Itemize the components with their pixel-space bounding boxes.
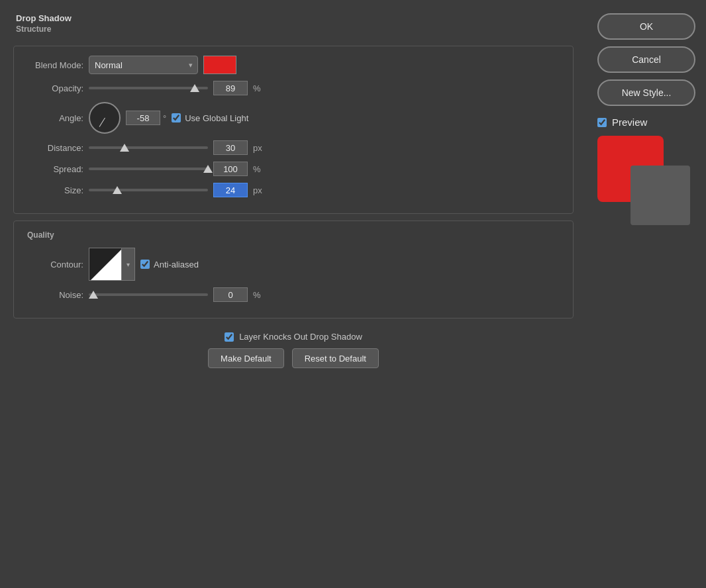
noise-row: Noise: % bbox=[27, 287, 560, 302]
angle-label: Angle: bbox=[27, 113, 83, 123]
spread-label: Spread: bbox=[27, 164, 83, 174]
layer-knocks-out-checkbox[interactable] bbox=[225, 332, 234, 342]
preview-section: Preview bbox=[597, 117, 695, 232]
structure-panel: Blend Mode: Normal Multiply Screen Overl… bbox=[13, 46, 574, 214]
quality-title: Quality bbox=[27, 230, 560, 240]
preview-check-row: Preview bbox=[597, 117, 647, 128]
layer-knocks-out-label: Layer Knocks Out Drop Shadow bbox=[239, 332, 362, 342]
size-thumb[interactable] bbox=[113, 186, 122, 194]
spread-slider[interactable] bbox=[89, 164, 208, 174]
size-row: Size: px bbox=[27, 183, 560, 197]
distance-thumb[interactable] bbox=[120, 144, 129, 152]
dial-line bbox=[99, 118, 105, 127]
angle-inputs: ° bbox=[126, 111, 166, 125]
anti-aliased-label: Anti-aliased bbox=[154, 260, 199, 270]
opacity-thumb[interactable] bbox=[190, 84, 199, 92]
global-light-label: Use Global Light bbox=[185, 113, 248, 123]
quality-panel: Quality Contour: ▾ Anti-aliased Noise: bbox=[13, 220, 574, 318]
size-label: Size: bbox=[27, 185, 83, 195]
contour-row: Contour: ▾ Anti-aliased bbox=[27, 248, 560, 281]
knocks-out-row: Layer Knocks Out Drop Shadow bbox=[225, 332, 362, 342]
preview-checkbox[interactable] bbox=[597, 118, 607, 127]
blend-mode-label: Blend Mode: bbox=[27, 60, 83, 70]
cancel-button[interactable]: Cancel bbox=[597, 46, 695, 73]
blend-mode-select[interactable]: Normal Multiply Screen Overlay bbox=[89, 56, 198, 74]
size-input[interactable] bbox=[213, 183, 248, 197]
anti-aliased-checkbox[interactable] bbox=[140, 260, 150, 269]
size-slider[interactable] bbox=[89, 185, 208, 195]
blend-mode-row: Blend Mode: Normal Multiply Screen Overl… bbox=[27, 56, 560, 74]
color-swatch[interactable] bbox=[203, 56, 236, 74]
new-style-button[interactable]: New Style... bbox=[597, 79, 695, 106]
btn-row: Make Default Reset to Default bbox=[208, 348, 379, 368]
size-unit: px bbox=[253, 185, 266, 195]
angle-input[interactable] bbox=[126, 111, 160, 125]
distance-slider[interactable] bbox=[89, 142, 208, 153]
opacity-input[interactable] bbox=[213, 81, 248, 95]
opacity-label: Opacity: bbox=[27, 83, 83, 93]
opacity-row: Opacity: % bbox=[27, 81, 560, 95]
spread-row: Spread: % bbox=[27, 162, 560, 176]
global-light-checkbox[interactable] bbox=[172, 113, 181, 122]
angle-unit: ° bbox=[163, 113, 166, 123]
anti-aliased-row: Anti-aliased bbox=[140, 260, 199, 270]
distance-unit: px bbox=[253, 143, 266, 153]
spread-unit: % bbox=[253, 164, 266, 174]
contour-dropdown-wrapper: ▾ bbox=[89, 248, 135, 281]
angle-dial[interactable] bbox=[89, 102, 121, 134]
noise-thumb[interactable] bbox=[89, 291, 98, 299]
opacity-slider[interactable] bbox=[89, 83, 208, 93]
spread-input[interactable] bbox=[213, 162, 248, 176]
preview-canvas-area bbox=[597, 136, 693, 232]
drop-shadow-title: Drop Shadow bbox=[16, 13, 574, 23]
structure-title: Structure bbox=[16, 24, 574, 34]
spread-thumb[interactable] bbox=[203, 165, 213, 173]
preview-gray-square bbox=[630, 166, 690, 225]
bottom-section: Layer Knocks Out Drop Shadow Make Defaul… bbox=[13, 332, 574, 368]
noise-input[interactable] bbox=[213, 287, 248, 302]
noise-unit: % bbox=[253, 290, 266, 300]
distance-input[interactable] bbox=[213, 140, 248, 155]
contour-label: Contour: bbox=[27, 260, 83, 270]
contour-preview[interactable] bbox=[89, 248, 122, 281]
angle-row: Angle: ° Use Global Light bbox=[27, 102, 560, 134]
distance-row: Distance: px bbox=[27, 140, 560, 155]
distance-label: Distance: bbox=[27, 143, 83, 153]
global-light-row: Use Global Light bbox=[172, 113, 248, 123]
reset-to-default-button[interactable]: Reset to Default bbox=[292, 348, 379, 368]
preview-label: Preview bbox=[612, 117, 647, 128]
noise-slider[interactable] bbox=[89, 289, 208, 300]
opacity-unit: % bbox=[253, 83, 266, 93]
ok-button[interactable]: OK bbox=[597, 13, 695, 40]
make-default-button[interactable]: Make Default bbox=[208, 348, 284, 368]
blend-mode-wrapper: Normal Multiply Screen Overlay bbox=[89, 56, 198, 74]
contour-chevron-icon[interactable]: ▾ bbox=[122, 248, 135, 281]
noise-label: Noise: bbox=[27, 290, 83, 300]
right-panel: OK Cancel New Style... Preview bbox=[587, 0, 706, 245]
